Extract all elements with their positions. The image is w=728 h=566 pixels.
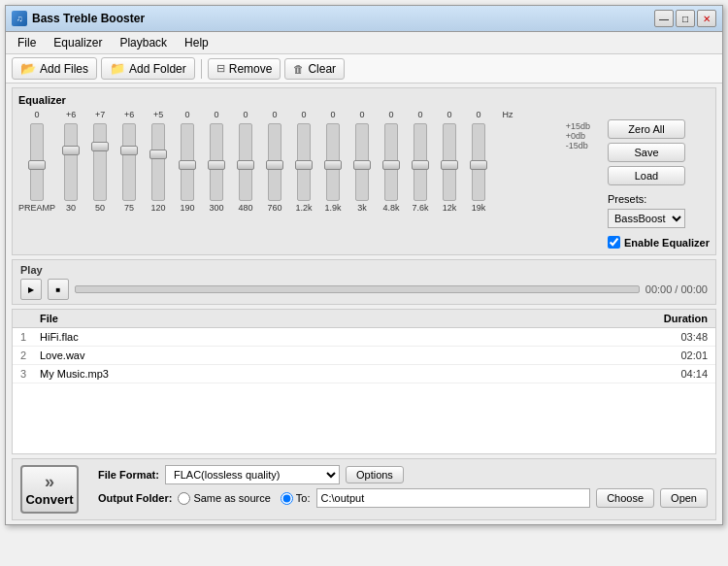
output-label: Output Folder:: [98, 492, 172, 504]
equalizer-section: Equalizer 0 PREAMP +6: [12, 87, 716, 255]
radio-same-source-label: Same as source: [193, 492, 270, 504]
play-label: Play: [20, 264, 708, 279]
toolbar-separator: [201, 59, 202, 79]
row-duration-2: 02:01: [630, 350, 708, 361]
eq-band-12k: 0 1.2k: [290, 110, 317, 216]
clear-button[interactable]: 🗑 Clear: [284, 58, 345, 80]
table-row[interactable]: 3 My Music.mp3 04:14: [13, 365, 715, 383]
close-button[interactable]: ✕: [697, 10, 716, 27]
file-list-section: File Duration 1 HiFi.flac 03:48 2 Love.w…: [12, 309, 716, 454]
eq-slider-48k[interactable]: [384, 123, 398, 201]
clear-icon: 🗑: [293, 63, 304, 75]
eq-band-preamp: 0 PREAMP: [18, 110, 55, 216]
menu-playback[interactable]: Playback: [112, 34, 175, 51]
eq-slider-190[interactable]: [181, 123, 194, 201]
radio-group: Same as source To:: [178, 492, 310, 505]
file-list-header: File Duration: [13, 310, 715, 328]
eq-sliders: 0 PREAMP +6 30: [18, 110, 556, 216]
title-bar: ♫ Bass Treble Booster — □ ✕: [6, 6, 722, 32]
menu-equalizer[interactable]: Equalizer: [46, 34, 110, 51]
row-num-1: 1: [20, 331, 40, 343]
eq-slider-12000[interactable]: [443, 123, 456, 201]
table-row[interactable]: 2 Love.wav 02:01: [13, 347, 715, 365]
eq-band-190: 0 190: [174, 110, 201, 216]
app-icon: ♫: [12, 11, 27, 26]
menu-bar: File Equalizer Playback Help: [6, 32, 722, 54]
eq-slider-19000[interactable]: [472, 123, 485, 201]
eq-slider-480[interactable]: [239, 123, 252, 201]
eq-band-30: +6 30: [57, 110, 84, 216]
eq-band-48k: 0 4.8k: [378, 110, 405, 216]
maximize-button[interactable]: □: [676, 10, 695, 27]
title-bar-left: ♫ Bass Treble Booster: [12, 11, 145, 26]
menu-help[interactable]: Help: [177, 34, 216, 51]
play-button[interactable]: ▶: [20, 279, 42, 300]
add-files-button[interactable]: 📂 Add Files: [12, 57, 97, 80]
eq-slider-300[interactable]: [210, 123, 223, 201]
eq-slider-50[interactable]: [93, 123, 107, 201]
zero-all-button[interactable]: Zero All: [608, 119, 685, 139]
eq-slider-76k[interactable]: [414, 123, 427, 201]
remove-button[interactable]: ⊟ Remove: [208, 58, 281, 80]
add-files-icon: 📂: [20, 61, 36, 76]
eq-value-preamp: 0: [35, 110, 40, 121]
format-row: File Format: FLAC(lossless quality) MP3 …: [98, 465, 708, 484]
output-row: Output Folder: Same as source To: Choose: [98, 488, 708, 508]
eq-band-50: +7 50: [86, 110, 114, 216]
toolbar: 📂 Add Files 📁 Add Folder ⊟ Remove 🗑 Clea…: [6, 54, 722, 83]
eq-label-50: 50: [95, 203, 105, 216]
convert-arrows-icon: »: [45, 472, 54, 492]
play-time: 00:00 / 00:00: [645, 283, 708, 295]
eq-slider-120[interactable]: [151, 123, 165, 201]
radio-same-source-input[interactable]: [178, 492, 190, 505]
eq-band-3k: 0 3k: [348, 110, 376, 216]
eq-hz-label: Hz: [503, 110, 513, 123]
preset-select[interactable]: BassBoost 2: [608, 209, 685, 228]
open-button[interactable]: Open: [660, 488, 708, 508]
enable-eq-checkbox[interactable]: [608, 236, 620, 249]
load-button[interactable]: Load: [608, 166, 685, 185]
output-path-input[interactable]: [316, 488, 591, 508]
choose-button[interactable]: Choose: [596, 488, 654, 508]
title-buttons: — □ ✕: [654, 10, 716, 27]
play-progress[interactable]: [75, 285, 640, 293]
eq-right-controls: Zero All Save Load Presets: BassBoost 2 …: [608, 110, 710, 249]
eq-hz-label-col: Hz: [494, 110, 521, 137]
presets-label: Presets:: [608, 193, 710, 205]
eq-band-12000: 0 12k: [436, 110, 463, 216]
menu-file[interactable]: File: [10, 34, 44, 51]
convert-button[interactable]: » Convert: [20, 465, 79, 514]
row-num-2: 2: [20, 350, 40, 361]
row-duration-1: 03:48: [630, 331, 708, 343]
table-row[interactable]: 1 HiFi.flac 03:48: [13, 328, 715, 347]
eq-value-120: +5: [153, 110, 163, 121]
eq-slider-19k[interactable]: [326, 123, 340, 201]
enable-eq-label: Enable Equalizer: [624, 237, 710, 249]
eq-slider-30[interactable]: [64, 123, 78, 201]
format-label: File Format:: [98, 469, 159, 481]
minimize-button[interactable]: —: [654, 10, 674, 27]
remove-icon: ⊟: [216, 62, 225, 75]
radio-same-source: Same as source: [178, 492, 270, 505]
eq-value-30: +6: [66, 110, 76, 121]
row-num-3: 3: [20, 368, 40, 380]
add-folder-button[interactable]: 📁 Add Folder: [101, 57, 195, 80]
format-select[interactable]: FLAC(lossless quality) MP3 WAV AAC: [165, 465, 340, 484]
save-button[interactable]: Save: [608, 143, 685, 162]
eq-slider-760[interactable]: [268, 123, 281, 201]
main-window: ♫ Bass Treble Booster — □ ✕ File Equaliz…: [5, 5, 723, 525]
radio-to-input[interactable]: [281, 492, 293, 505]
stop-button[interactable]: ■: [48, 279, 69, 300]
eq-slider-12k[interactable]: [297, 123, 311, 201]
eq-label-120: 120: [151, 203, 166, 216]
eq-slider-preamp[interactable]: [30, 123, 44, 201]
equalizer-label: Equalizer: [18, 94, 710, 106]
play-section: Play ▶ ■ 00:00 / 00:00: [12, 259, 716, 305]
eq-band-76k: 0 7.6k: [407, 110, 434, 216]
eq-slider-75[interactable]: [122, 123, 136, 201]
options-button[interactable]: Options: [346, 466, 404, 483]
eq-db-labels: +15db +0db -15db: [562, 110, 594, 164]
row-file-3: My Music.mp3: [40, 368, 630, 380]
add-folder-icon: 📁: [110, 61, 125, 76]
eq-slider-3k[interactable]: [355, 123, 369, 201]
